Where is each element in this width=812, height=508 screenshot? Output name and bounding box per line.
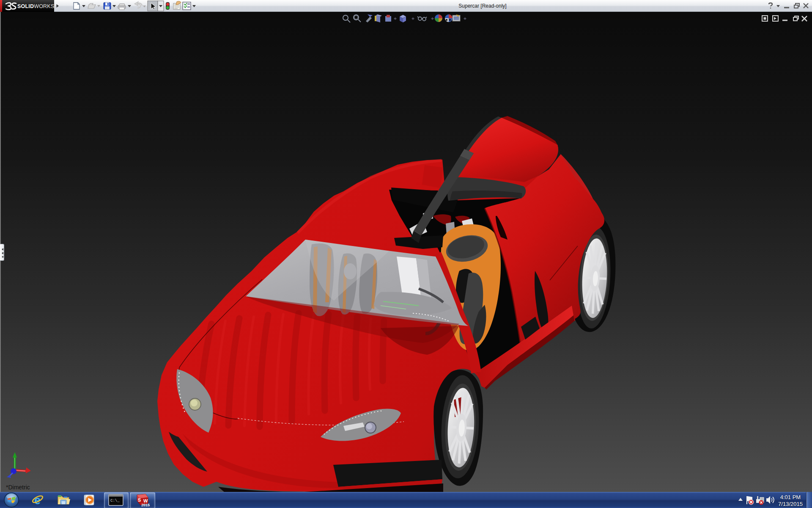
- svg-text:S: S: [138, 497, 141, 502]
- svg-text:C:\_: C:\_: [110, 499, 120, 503]
- svg-text:2015: 2015: [141, 503, 150, 507]
- svg-text:SOLIDWORKS: SOLIDWORKS: [17, 3, 54, 9]
